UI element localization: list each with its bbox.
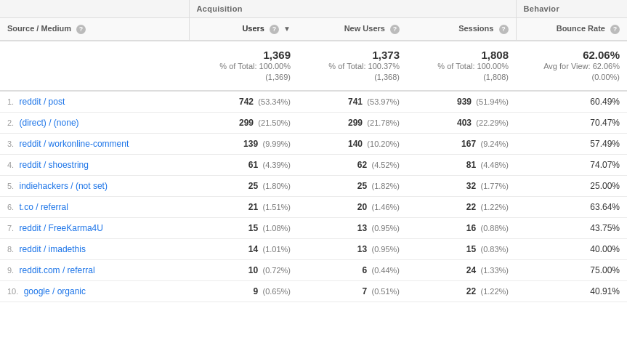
new-users-value: 6 xyxy=(362,265,367,275)
users-sort-icon[interactable]: ▼ xyxy=(283,25,291,33)
users-cell: 21 (1.51%) xyxy=(189,197,298,218)
users-value: 10 xyxy=(248,265,258,275)
sessions-pct: (1.77%) xyxy=(480,182,509,190)
users-cell: 15 (1.08%) xyxy=(189,218,298,239)
users-cell: 10 (0.72%) xyxy=(189,260,298,281)
users-pct: (9.99%) xyxy=(262,139,291,148)
bounce-rate-cell: 40.91% xyxy=(516,281,627,302)
row-number: 8. xyxy=(7,245,14,254)
new-users-pct: (10.20%) xyxy=(367,139,400,148)
row-number: 7. xyxy=(7,224,14,232)
new-users-pct: (1.46%) xyxy=(371,203,400,211)
new-users-value: 25 xyxy=(357,181,367,191)
totals-sessions-sub: % of Total: 100.00% (1,808) xyxy=(414,61,509,84)
sessions-cell: 24 (1.33%) xyxy=(407,260,516,281)
bounce-rate-cell: 74.07% xyxy=(516,155,627,176)
users-cell: 25 (1.80%) xyxy=(189,176,298,197)
new-users-cell: 140 (10.20%) xyxy=(298,134,407,155)
totals-source-cell xyxy=(0,41,189,92)
users-value: 14 xyxy=(248,244,258,254)
source-link[interactable]: reddit / post xyxy=(20,97,65,107)
source-link[interactable]: t.co / referral xyxy=(20,202,68,212)
users-pct: (0.65%) xyxy=(262,287,291,296)
new-users-pct: (0.95%) xyxy=(371,224,400,232)
source-link[interactable]: reddit.com / referral xyxy=(20,265,95,275)
source-link[interactable]: reddit / FreeKarma4U xyxy=(20,223,103,233)
source-link[interactable]: indiehackers / (not set) xyxy=(20,181,108,191)
bounce-rate-value: 63.64% xyxy=(590,202,620,212)
new-users-cell: 25 (1.82%) xyxy=(298,176,407,197)
sessions-value: 939 xyxy=(457,97,472,107)
users-pct: (4.39%) xyxy=(262,161,291,169)
totals-new-users-number: 1,373 xyxy=(305,49,400,61)
table-row: 2. (direct) / (none) 299 (21.50%) 299 (2… xyxy=(0,113,627,134)
sessions-pct: (0.83%) xyxy=(480,245,509,254)
new-users-pct: (53.97%) xyxy=(367,97,400,106)
new-users-header[interactable]: New Users ? xyxy=(298,18,407,41)
new-users-cell: 6 (0.44%) xyxy=(298,260,407,281)
sessions-pct: (4.48%) xyxy=(480,161,509,169)
totals-sessions-cell: 1,808 % of Total: 100.00% (1,808) xyxy=(407,41,516,92)
source-link[interactable]: reddit / workonline-comment xyxy=(20,139,129,149)
source-link[interactable]: google / organic xyxy=(24,286,86,296)
users-header[interactable]: Users ? ▼ xyxy=(189,18,298,41)
totals-bounce-rate-sub: Avg for View: 62.06% (0.00%) xyxy=(523,61,620,84)
source-link[interactable]: reddit / imadethis xyxy=(20,244,86,254)
totals-bounce-rate-number: 62.06% xyxy=(523,49,620,61)
users-value: 139 xyxy=(243,139,258,149)
sessions-header[interactable]: Sessions ? xyxy=(407,18,516,41)
row-number: 6. xyxy=(7,203,14,211)
row-number: 4. xyxy=(7,161,14,169)
table-row: 7. reddit / FreeKarma4U 15 (1.08%) 13 (0… xyxy=(0,218,627,239)
group-header-row: Acquisition Behavior xyxy=(0,0,627,18)
source-cell: 6. t.co / referral xyxy=(0,197,189,218)
totals-row: 1,369 % of Total: 100.00% (1,369) 1,373 … xyxy=(0,41,627,92)
sessions-help-icon[interactable]: ? xyxy=(499,25,509,34)
new-users-value: 7 xyxy=(362,286,367,296)
sessions-label: Sessions xyxy=(458,24,493,33)
bounce-rate-help-icon[interactable]: ? xyxy=(610,25,620,34)
bounce-rate-cell: 63.64% xyxy=(516,197,627,218)
users-cell: 9 (0.65%) xyxy=(189,281,298,302)
analytics-table: Acquisition Behavior Source / Medium ? U… xyxy=(0,0,627,302)
table-row: 1. reddit / post 742 (53.34%) 741 (53.97… xyxy=(0,91,627,113)
bounce-rate-value: 40.91% xyxy=(590,286,620,296)
acquisition-label: Acquisition xyxy=(197,4,243,13)
bounce-rate-cell: 75.00% xyxy=(516,260,627,281)
totals-sessions-number: 1,808 xyxy=(414,49,509,61)
users-pct: (53.34%) xyxy=(258,97,291,106)
users-pct: (1.01%) xyxy=(262,245,291,254)
bounce-rate-value: 70.47% xyxy=(590,118,620,128)
sessions-value: 22 xyxy=(466,202,476,212)
bounce-rate-value: 74.07% xyxy=(590,160,620,170)
users-pct: (1.80%) xyxy=(262,182,291,190)
row-number: 5. xyxy=(7,182,14,190)
bounce-rate-cell: 57.49% xyxy=(516,134,627,155)
new-users-value: 13 xyxy=(357,223,367,233)
sub-header-row: Source / Medium ? Users ? ▼ New Users ? … xyxy=(0,18,627,41)
source-link[interactable]: reddit / shoestring xyxy=(20,160,89,170)
users-cell: 299 (21.50%) xyxy=(189,113,298,134)
new-users-help-icon[interactable]: ? xyxy=(390,25,400,34)
totals-bounce-rate-cell: 62.06% Avg for View: 62.06% (0.00%) xyxy=(516,41,627,92)
users-help-icon[interactable]: ? xyxy=(270,25,279,34)
bounce-rate-cell: 43.75% xyxy=(516,218,627,239)
new-users-cell: 13 (0.95%) xyxy=(298,239,407,260)
new-users-value: 62 xyxy=(357,160,367,170)
new-users-cell: 299 (21.78%) xyxy=(298,113,407,134)
acquisition-group-header: Acquisition xyxy=(189,0,516,18)
users-cell: 742 (53.34%) xyxy=(189,91,298,113)
users-cell: 14 (1.01%) xyxy=(189,239,298,260)
row-number: 9. xyxy=(7,266,14,275)
bounce-rate-header[interactable]: Bounce Rate ? xyxy=(516,18,627,41)
users-cell: 139 (9.99%) xyxy=(189,134,298,155)
users-value: 21 xyxy=(248,202,258,212)
totals-new-users-cell: 1,373 % of Total: 100.37% (1,368) xyxy=(298,41,407,92)
source-medium-help-icon[interactable]: ? xyxy=(76,25,86,34)
users-value: 61 xyxy=(248,160,258,170)
bounce-rate-value: 25.00% xyxy=(590,181,620,191)
sessions-cell: 167 (9.24%) xyxy=(407,134,516,155)
source-link[interactable]: (direct) / (none) xyxy=(20,118,79,128)
source-cell: 8. reddit / imadethis xyxy=(0,239,189,260)
source-cell: 5. indiehackers / (not set) xyxy=(0,176,189,197)
